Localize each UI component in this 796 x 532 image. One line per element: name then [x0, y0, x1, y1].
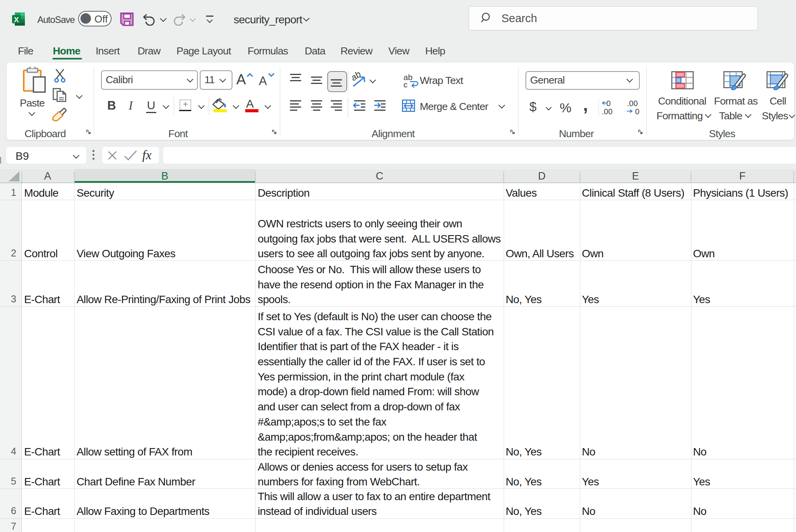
svg-text:X: X: [14, 16, 19, 24]
